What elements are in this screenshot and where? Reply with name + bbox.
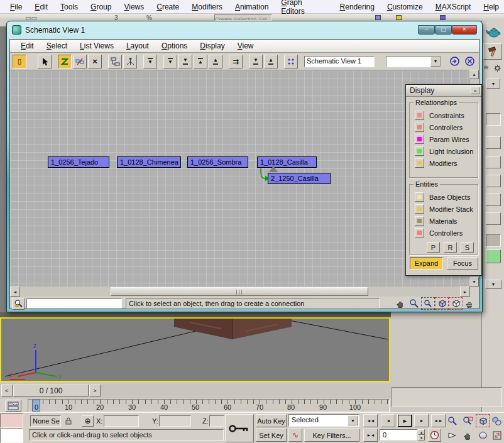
close-button[interactable]: × bbox=[452, 25, 477, 35]
field-of-view-button[interactable] bbox=[446, 429, 459, 442]
arc-rotate-button[interactable] bbox=[476, 429, 490, 442]
hierarchy-mode-button[interactable] bbox=[108, 55, 122, 68]
scroll-right-icon[interactable]: ► bbox=[460, 287, 470, 297]
sv-menu-options[interactable]: Options bbox=[157, 41, 192, 51]
panel-button[interactable] bbox=[486, 212, 501, 225]
pan-button[interactable] bbox=[393, 297, 407, 310]
spinner-down-icon[interactable]: ▼ bbox=[418, 435, 425, 440]
panel-button[interactable] bbox=[486, 136, 501, 149]
minimize-button[interactable]: – bbox=[418, 25, 435, 35]
color-swatch-button[interactable] bbox=[486, 249, 501, 263]
preferences-button[interactable] bbox=[284, 55, 298, 68]
sv-menu-layout[interactable]: Layout bbox=[122, 41, 153, 51]
next-bookmark-button[interactable] bbox=[447, 55, 461, 68]
z-coordinate-field[interactable] bbox=[209, 415, 224, 427]
materials-color-swatch[interactable] bbox=[415, 216, 424, 226]
combo-dropdown-icon[interactable]: ▼ bbox=[348, 415, 358, 425]
free-all-button[interactable]: ▲ bbox=[194, 55, 207, 68]
controllers-color-swatch[interactable] bbox=[415, 123, 424, 132]
set-keys-button[interactable] bbox=[225, 414, 254, 442]
node-tejado[interactable]: 1_0256_Tejado bbox=[48, 156, 109, 168]
menu-group[interactable]: Group bbox=[85, 1, 116, 13]
lock-selection-icon[interactable] bbox=[65, 416, 72, 425]
delete-bookmark-button[interactable] bbox=[463, 55, 476, 68]
sv-menu-select[interactable]: Select bbox=[42, 41, 72, 51]
light-inclusion-color-swatch[interactable] bbox=[415, 146, 424, 156]
y-coordinate-field[interactable] bbox=[159, 415, 191, 427]
menu-file[interactable]: File bbox=[5, 1, 27, 13]
expand-button[interactable]: Expand bbox=[410, 257, 443, 270]
menu-maxscript[interactable]: MAXScript bbox=[430, 1, 476, 13]
view-name-input[interactable]: Schematic View 1 bbox=[304, 56, 375, 67]
node-sombra[interactable]: 1_0256_Sombra bbox=[187, 156, 248, 168]
param-wires-color-swatch[interactable] bbox=[415, 134, 424, 144]
menu-views[interactable]: Views bbox=[119, 1, 149, 13]
find-button[interactable] bbox=[12, 298, 25, 310]
schematic-title-bar[interactable]: Schematic View 1 – ▢ × bbox=[7, 21, 482, 38]
default-tangent-button[interactable]: ∿ bbox=[288, 429, 302, 442]
panel-button[interactable] bbox=[486, 113, 501, 126]
display-floater-button[interactable]: ▯ bbox=[13, 55, 26, 68]
set-key-button[interactable]: Set Key bbox=[256, 429, 287, 442]
next-frame-button[interactable]: ► bbox=[414, 414, 429, 427]
zoom-extents-selected-button[interactable] bbox=[449, 297, 463, 310]
menu-animation[interactable]: Animation bbox=[230, 1, 273, 13]
panel-button[interactable] bbox=[486, 194, 501, 206]
auto-key-button[interactable]: Auto Key bbox=[256, 414, 287, 427]
panel-dropdown-button[interactable]: ▼ bbox=[486, 79, 500, 89]
absolute-mode-button[interactable]: ⊕ bbox=[82, 415, 94, 427]
time-slider-thumb[interactable]: 0 / 100 bbox=[13, 385, 89, 397]
entity-controllers-color-swatch[interactable] bbox=[415, 228, 424, 238]
schematic-canvas[interactable]: 1_0256_Tejado 1_0128_Chimenea 1_0256_Som… bbox=[10, 70, 470, 287]
zoom-viewport-button[interactable] bbox=[446, 414, 459, 427]
track-bar-ruler[interactable]: 0 10 20 30 40 50 60 70 80 90 100 bbox=[28, 399, 390, 412]
zoom-button[interactable] bbox=[407, 297, 421, 310]
play-button[interactable]: ► bbox=[397, 414, 412, 427]
scroll-up-icon[interactable]: ▲ bbox=[469, 70, 479, 79]
maximize-viewport-toggle[interactable] bbox=[490, 429, 503, 442]
key-selection-combo[interactable]: Selected ▼ bbox=[288, 414, 359, 427]
select-button[interactable] bbox=[38, 55, 52, 68]
move-children-button[interactable]: ⇉ bbox=[229, 55, 243, 68]
panel-button[interactable] bbox=[486, 175, 501, 187]
snap-toggle-icon[interactable]: 3 bbox=[114, 14, 118, 21]
rollout-dropdown-button[interactable]: ▼ bbox=[485, 280, 501, 289]
frame-spinner[interactable]: ▲ ▼ bbox=[418, 429, 425, 440]
zoom-extents-button[interactable] bbox=[435, 297, 449, 310]
menu-rendering[interactable]: Rendering bbox=[335, 1, 380, 13]
menu-tools[interactable]: Tools bbox=[55, 1, 83, 13]
reference-mode-button[interactable] bbox=[123, 55, 137, 68]
modifiers-color-swatch[interactable] bbox=[415, 158, 424, 168]
r-button[interactable]: R bbox=[444, 242, 457, 253]
pan-to-selected-button[interactable] bbox=[463, 297, 476, 310]
find-input[interactable] bbox=[26, 298, 122, 309]
free-selected-button[interactable]: ▲ bbox=[209, 55, 222, 68]
utilities-tab[interactable] bbox=[483, 43, 502, 60]
shrink-selected-button[interactable]: ▼ bbox=[249, 55, 263, 68]
zoom-all-button[interactable] bbox=[461, 414, 474, 427]
gear-icon[interactable] bbox=[493, 64, 501, 72]
zoom-extents-button[interactable] bbox=[476, 414, 490, 427]
combo-dropdown-icon[interactable]: ▼ bbox=[430, 57, 441, 67]
sv-menu-view[interactable]: View bbox=[233, 41, 258, 51]
display-panel-title-bar[interactable]: Display × bbox=[406, 85, 481, 97]
current-frame-field[interactable]: 0 bbox=[380, 429, 417, 440]
mini-curve-editor-button[interactable] bbox=[5, 400, 21, 412]
menu-help[interactable]: Help bbox=[478, 1, 504, 13]
time-configuration-button[interactable] bbox=[428, 429, 441, 442]
zoom-extents-all-button[interactable] bbox=[490, 414, 503, 427]
panel-button[interactable] bbox=[486, 156, 501, 168]
go-to-end-button[interactable]: ►► bbox=[431, 414, 446, 427]
panel-button-pressed[interactable] bbox=[486, 234, 501, 247]
arrange-children-button[interactable]: ▼ bbox=[163, 55, 177, 68]
menu-create[interactable]: Create bbox=[151, 1, 184, 13]
render-teapot-icon[interactable] bbox=[486, 26, 501, 38]
bookmark-combo[interactable]: ▼ bbox=[386, 56, 441, 67]
key-filters-button[interactable]: Key Filters... bbox=[304, 429, 359, 442]
unshrink-selected-button[interactable]: ▲ bbox=[264, 55, 278, 68]
macro-recorder-row[interactable] bbox=[0, 413, 23, 428]
node-casilla-1[interactable]: 1_0128_Casilla bbox=[257, 156, 317, 168]
maximize-button[interactable]: ▢ bbox=[435, 25, 452, 35]
constraints-color-swatch[interactable] bbox=[415, 111, 424, 120]
arrange-selected-button[interactable]: ▼ bbox=[178, 55, 192, 68]
